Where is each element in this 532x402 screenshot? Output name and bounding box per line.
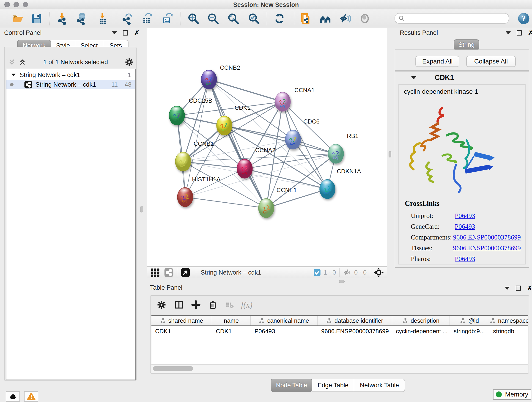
scrollbar-thumb[interactable] xyxy=(153,366,193,371)
network-row[interactable]: String Network – cdk1 11 48 xyxy=(6,80,135,89)
grid-view-icon[interactable] xyxy=(150,268,160,277)
show-panels-button[interactable] xyxy=(358,12,371,25)
network-canvas[interactable]: CCNB2CCNA1CDC25BCDK1CDC6RB1CCNB1CCNA2CDK… xyxy=(147,28,387,266)
network-edge[interactable] xyxy=(185,169,245,197)
cloud-status-button[interactable] xyxy=(6,391,20,402)
network-node-CDKN1A[interactable] xyxy=(320,179,335,199)
tab-edge-table[interactable]: Edge Table xyxy=(312,379,354,392)
detach-view-icon[interactable] xyxy=(181,268,190,277)
maximize-panel-icon[interactable] xyxy=(123,30,128,36)
network-collection-row[interactable]: String Network – cdk1 1 xyxy=(6,70,135,80)
export-network-button[interactable] xyxy=(121,12,134,25)
network-node-CCNA2[interactable] xyxy=(237,159,253,178)
network-node-CDC25B[interactable] xyxy=(169,106,185,125)
add-column-icon[interactable] xyxy=(191,300,201,310)
birds-eye-toggle-icon[interactable] xyxy=(374,267,384,278)
network-edge[interactable] xyxy=(183,80,209,162)
network-node-HIST1H1A[interactable] xyxy=(177,187,193,207)
hide-panels-button[interactable] xyxy=(339,12,351,25)
open-session-button[interactable] xyxy=(12,12,24,25)
maximize-panel-icon[interactable] xyxy=(517,30,522,36)
crosslink-value[interactable]: 9606.ENSP00000378699 xyxy=(453,244,521,252)
column-header-namespace[interactable]: namespace xyxy=(489,316,528,325)
network-edge[interactable] xyxy=(245,140,293,169)
horizontal-splitter-handle[interactable] xyxy=(339,280,345,283)
tab-string[interactable]: String xyxy=(454,39,479,50)
import-network-database-button[interactable] xyxy=(75,12,88,25)
help-button[interactable]: ? xyxy=(517,12,530,25)
export-image-button[interactable] xyxy=(160,12,173,25)
column-header-name[interactable]: name xyxy=(212,316,251,325)
selected-checkbox-icon[interactable] xyxy=(313,269,321,276)
network-edge[interactable] xyxy=(224,126,336,154)
section-expander-icon[interactable] xyxy=(411,76,416,79)
crosslink-value[interactable]: P06493 xyxy=(455,212,475,220)
right-splitter-handle[interactable] xyxy=(389,151,391,157)
crosslink-value[interactable]: P06493 xyxy=(455,223,475,230)
gene-section-header[interactable]: CDK1 xyxy=(395,71,529,84)
hidden-eye-slash-icon[interactable] xyxy=(343,268,351,277)
cytoscape-home-button[interactable] xyxy=(319,12,332,25)
network-edge[interactable] xyxy=(209,80,266,208)
show-columns-icon[interactable] xyxy=(174,300,184,310)
maximize-panel-icon[interactable] xyxy=(516,286,521,291)
current-network-name: String Network – cdk1 xyxy=(201,269,261,276)
collapse-all-chevron-icon[interactable] xyxy=(8,58,16,66)
network-edge[interactable] xyxy=(266,189,327,208)
table-options-gear-icon[interactable] xyxy=(157,300,166,310)
delete-table-icon[interactable] xyxy=(225,300,234,309)
float-panel-icon[interactable] xyxy=(505,287,510,290)
zoom-selected-button[interactable] xyxy=(247,12,260,25)
left-splitter-handle[interactable] xyxy=(140,206,143,212)
column-header-canonical-name[interactable]: canonical name xyxy=(251,316,317,325)
network-node-CCNB1[interactable] xyxy=(175,152,191,171)
network-edge[interactable] xyxy=(209,80,283,102)
search-input[interactable] xyxy=(405,15,509,22)
save-session-button[interactable] xyxy=(30,12,43,25)
network-node-CDK1[interactable] xyxy=(216,116,232,135)
table-horizontal-scrollbar[interactable] xyxy=(152,364,528,373)
collapse-all-button[interactable]: Collapse All xyxy=(466,56,516,67)
warnings-button[interactable] xyxy=(24,391,38,402)
zoom-in-button[interactable] xyxy=(187,12,200,25)
network-node-CCNE1[interactable] xyxy=(259,198,274,218)
expand-all-button[interactable]: Expand All xyxy=(415,56,459,67)
column-header--id[interactable]: @id xyxy=(450,316,489,325)
column-header-database-identifier[interactable]: database identifier xyxy=(317,316,392,325)
import-table-file-button[interactable] xyxy=(96,12,109,25)
open-docs-button[interactable] xyxy=(299,12,312,25)
namespace-tree-icon xyxy=(460,318,466,324)
network-node-CCNB2[interactable] xyxy=(201,70,217,89)
delete-column-icon[interactable] xyxy=(208,300,218,310)
refresh-button[interactable] xyxy=(273,12,286,25)
close-panel-icon[interactable]: ✗ xyxy=(527,286,532,291)
tab-node-table[interactable]: Node Table xyxy=(271,379,312,392)
tab-network-table[interactable]: Network Table xyxy=(354,379,405,392)
crosslink-value[interactable]: P06493 xyxy=(455,255,475,263)
function-builder-icon[interactable]: f(x) xyxy=(241,300,253,310)
network-options-gear-icon[interactable] xyxy=(125,57,134,67)
zoom-fit-button[interactable] xyxy=(227,12,240,25)
close-panel-icon[interactable]: ✗ xyxy=(134,31,139,35)
network-node-CDC6[interactable] xyxy=(285,130,301,149)
table-row[interactable]: CDK1CDK1P064939606.ENSP00000378699cyclin… xyxy=(152,326,528,336)
import-network-file-button[interactable] xyxy=(56,12,69,25)
export-table-button[interactable] xyxy=(140,12,153,25)
float-panel-icon[interactable] xyxy=(506,32,511,34)
node-label: CCNB1 xyxy=(194,140,214,147)
network-node-RB1[interactable] xyxy=(328,144,344,163)
network-edge[interactable] xyxy=(185,197,266,208)
network-node-CCNA1[interactable] xyxy=(275,92,291,111)
tree-expander-icon[interactable] xyxy=(11,72,17,78)
memory-button[interactable]: Memory xyxy=(493,389,531,400)
column-header-shared-name[interactable]: shared name xyxy=(152,316,212,325)
crosslink-value[interactable]: 9606.ENSP00000378699 xyxy=(453,234,521,241)
network-thumbnail-icon[interactable] xyxy=(164,268,174,277)
network-footer-bar: String Network – cdk1 1 - 0 0 - 0 xyxy=(147,266,387,278)
zoom-out-button[interactable] xyxy=(207,12,220,25)
table-cell: stringdb:9... xyxy=(450,326,489,336)
column-header-description[interactable]: description xyxy=(392,316,450,325)
expand-all-chevron-icon[interactable] xyxy=(18,58,27,66)
float-panel-icon[interactable] xyxy=(112,32,117,34)
close-panel-icon[interactable]: ✗ xyxy=(528,31,532,35)
